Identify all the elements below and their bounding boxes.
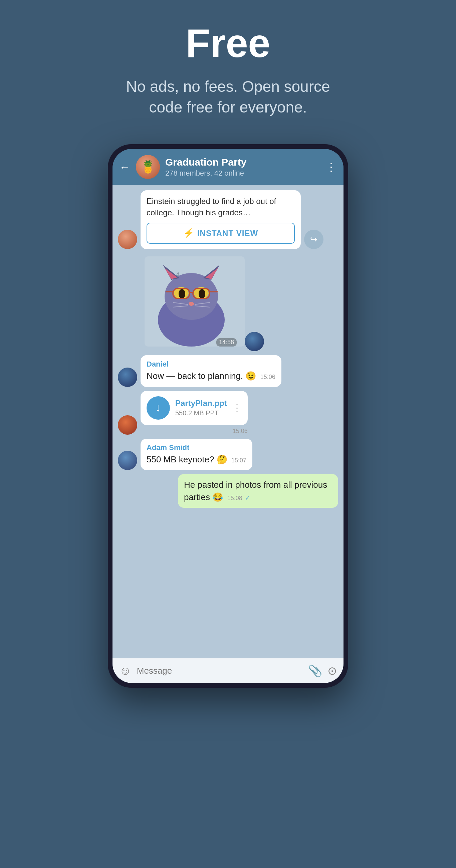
camera-button[interactable]: ⊙ (328, 664, 337, 677)
back-button[interactable]: ← (119, 161, 130, 174)
page-subtitle: No ads, no fees. Open source code free f… (111, 76, 345, 118)
cat-sticker-svg (141, 253, 241, 350)
sticker-time: 14:58 (216, 338, 237, 346)
message-input[interactable] (137, 666, 303, 676)
instant-view-card: Einstein struggled to find a job out of … (141, 190, 301, 249)
phone-inner: ← 🍍 Graduation Party 278 members, 42 onl… (113, 149, 343, 683)
message-time-adam: 15:07 (231, 457, 246, 464)
iv-button-label: INSTANT VIEW (197, 229, 258, 238)
message-row-self: He pasted in photos from all previous pa… (118, 474, 338, 508)
group-name: Graduation Party (165, 157, 320, 168)
message-row-adam: Adam Smidt 550 MB keynote? 🤔 15:07 (118, 439, 338, 470)
instant-view-button[interactable]: ⚡ INSTANT VIEW (147, 223, 295, 244)
avatar-male1 (245, 332, 264, 351)
group-meta: 278 members, 42 online (165, 169, 320, 178)
instant-view-row: Einstein struggled to find a job out of … (118, 190, 338, 249)
message-content-self: He pasted in photos from all previous pa… (184, 480, 327, 502)
file-bubble: ↓ PartyPlan.ppt 550.2 MB PPT ⋮ (141, 391, 248, 425)
sender-adam: Adam Smidt (147, 443, 246, 452)
file-menu-button[interactable]: ⋮ (232, 402, 242, 413)
download-button[interactable]: ↓ (147, 396, 170, 420)
phone-outer: ← 🍍 Graduation Party 278 members, 42 onl… (108, 144, 348, 688)
svg-point-1 (164, 273, 218, 320)
input-bar: ☺ 📎 ⊙ (113, 658, 343, 683)
message-time-self: 15:08 (227, 495, 242, 501)
group-avatar: 🍍 (136, 155, 160, 179)
message-content-daniel: Now — back to planning. 😉 (147, 371, 256, 381)
sticker-wrapper: A = V = l² P = 2π A = πr² s = √r² + h² A… (141, 253, 241, 351)
forward-icon: ↪ (310, 235, 317, 245)
bubble-adam: Adam Smidt 550 MB keynote? 🤔 15:07 (141, 439, 252, 470)
file-name: PartyPlan.ppt (175, 399, 227, 408)
file-size: 550.2 MB PPT (175, 409, 227, 417)
message-text-adam: 550 MB keynote? 🤔 15:07 (147, 453, 246, 465)
iv-article-text: Einstein struggled to find a job out of … (147, 196, 295, 218)
svg-marker-3 (164, 268, 177, 279)
phone-mockup: ← 🍍 Graduation Party 278 members, 42 onl… (108, 144, 348, 688)
page-title: Free (186, 20, 270, 66)
message-time-daniel: 15:06 (261, 374, 275, 380)
message-row-file: ↓ PartyPlan.ppt 550.2 MB PPT ⋮ 15:06 (118, 391, 338, 435)
lightning-icon: ⚡ (183, 228, 194, 238)
svg-point-8 (179, 289, 185, 299)
file-info: PartyPlan.ppt 550.2 MB PPT (175, 399, 227, 417)
more-button[interactable]: ⋮ (326, 160, 337, 174)
emoji-button[interactable]: ☺ (119, 664, 131, 678)
group-info: Graduation Party 278 members, 42 online (165, 157, 320, 178)
message-content-adam: 550 MB keynote? 🤔 (147, 454, 227, 464)
group-avatar-emoji: 🍍 (141, 160, 156, 174)
message-row-daniel: Daniel Now — back to planning. 😉 15:06 (118, 355, 338, 386)
sender-daniel: Daniel (147, 360, 275, 369)
svg-point-15 (189, 302, 194, 306)
file-time: 15:06 (141, 428, 248, 435)
bubble-self: He pasted in photos from all previous pa… (178, 474, 338, 508)
sticker-row: A = V = l² P = 2π A = πr² s = √r² + h² A… (118, 253, 338, 351)
avatar-female (118, 230, 137, 249)
file-bubble-wrap: ↓ PartyPlan.ppt 550.2 MB PPT ⋮ 15:06 (141, 391, 248, 435)
message-tick: ✓ (245, 495, 250, 501)
avatar-male1-wrapper (241, 253, 264, 351)
bubble-daniel: Daniel Now — back to planning. 😉 15:06 (141, 355, 281, 386)
svg-marker-5 (205, 268, 218, 279)
chat-body: Einstein struggled to find a job out of … (113, 185, 343, 658)
message-text-self: He pasted in photos from all previous pa… (184, 479, 332, 503)
avatar-file-sender (118, 415, 137, 435)
forward-button[interactable]: ↪ (304, 230, 324, 249)
chat-header: ← 🍍 Graduation Party 278 members, 42 onl… (113, 149, 343, 185)
svg-point-9 (199, 289, 205, 299)
attach-button[interactable]: 📎 (308, 664, 322, 677)
avatar-daniel (118, 368, 137, 387)
avatar-adam (118, 451, 137, 470)
message-text-daniel: Now — back to planning. 😉 15:06 (147, 370, 275, 382)
